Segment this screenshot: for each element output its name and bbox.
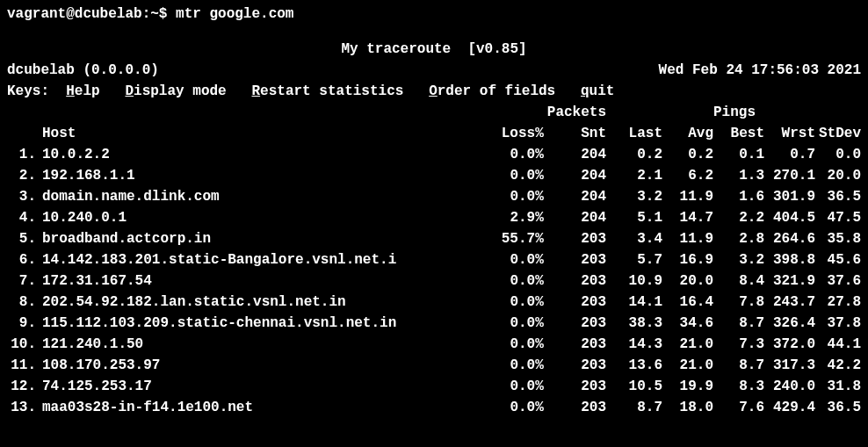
hop-number: 6. [7, 249, 37, 270]
hop-snt: 203 [544, 292, 606, 313]
hop-last: 3.2 [606, 186, 662, 207]
hop-number: 10. [7, 334, 37, 355]
hop-row: 1.10.0.2.20.0%2040.20.20.10.70.0 [7, 144, 861, 165]
hop-wrst: 429.4 [764, 397, 815, 418]
hop-wrst: 301.9 [764, 186, 815, 207]
hop-wrst: 264.6 [764, 228, 815, 249]
section-header-row: Packets Pings [7, 102, 861, 123]
order-label: rder of fields [438, 83, 555, 99]
hop-wrst: 270.1 [764, 165, 815, 186]
hop-last: 10.5 [606, 376, 662, 397]
hop-wrst: 372.0 [764, 334, 815, 355]
hop-row: 13.maa03s28-in-f14.1e100.net0.0%2038.718… [7, 397, 861, 418]
hop-wrst: 243.7 [764, 292, 815, 313]
hop-loss: 0.0% [488, 249, 544, 270]
hop-host: maa03s28-in-f14.1e100.net [37, 397, 488, 418]
hop-wrst: 0.7 [764, 144, 815, 165]
hop-wrst: 326.4 [764, 313, 815, 334]
hop-row: 12.74.125.253.170.0%20310.519.98.3240.03… [7, 376, 861, 397]
hop-last: 13.6 [606, 355, 662, 376]
hop-last: 5.1 [606, 207, 662, 228]
hop-loss: 0.0% [488, 334, 544, 355]
hop-wrst: 398.8 [764, 249, 815, 270]
hop-number: 4. [7, 207, 37, 228]
hop-avg: 21.0 [662, 355, 713, 376]
hop-loss: 0.0% [488, 313, 544, 334]
restart-key[interactable]: R [252, 83, 261, 99]
hop-snt: 203 [544, 355, 606, 376]
hop-host: domain.name.dlink.com [37, 186, 488, 207]
hop-avg: 14.7 [662, 207, 713, 228]
hop-row: 7.172.31.167.540.0%20310.920.08.4321.937… [7, 270, 861, 292]
hop-best: 7.6 [713, 397, 764, 418]
hop-loss: 0.0% [488, 355, 544, 376]
hop-snt: 203 [544, 270, 606, 292]
col-wrst: Wrst [764, 123, 815, 144]
column-header-row: Host Loss% Snt Last Avg Best Wrst StDev [7, 123, 861, 144]
hop-stdev: 36.5 [815, 186, 861, 207]
hop-number: 9. [7, 313, 37, 334]
hop-row: 2.192.168.1.10.0%2042.16.21.3270.120.0 [7, 165, 861, 186]
hop-avg: 11.9 [662, 228, 713, 249]
hop-stdev: 37.8 [815, 313, 861, 334]
timestamp: Wed Feb 24 17:56:03 2021 [659, 60, 861, 81]
hop-avg: 18.0 [662, 397, 713, 418]
hop-number: 3. [7, 186, 37, 207]
hop-avg: 0.2 [662, 144, 713, 165]
col-snt: Snt [544, 123, 606, 144]
quit-key[interactable]: q [581, 83, 590, 99]
hop-row: 6.14.142.183.201.static-Bangalore.vsnl.n… [7, 249, 861, 270]
hop-host: 14.142.183.201.static-Bangalore.vsnl.net… [37, 249, 488, 270]
hop-stdev: 45.6 [815, 249, 861, 270]
col-loss: Loss% [488, 123, 544, 144]
mtr-table: Packets Pings Host Loss% Snt Last Avg Be… [7, 102, 861, 418]
hop-loss: 0.0% [488, 165, 544, 186]
hop-avg: 21.0 [662, 334, 713, 355]
shell-prompt: vagrant@dcubelab:~$ mtr google.com [7, 4, 861, 25]
hop-row: 3.domain.name.dlink.com0.0%2043.211.91.6… [7, 186, 861, 207]
hop-host: 192.168.1.1 [37, 165, 488, 186]
col-best: Best [713, 123, 764, 144]
hop-snt: 203 [544, 376, 606, 397]
hop-last: 5.7 [606, 249, 662, 270]
hop-row: 10.121.240.1.500.0%20314.321.07.3372.044… [7, 334, 861, 355]
order-key[interactable]: O [429, 83, 438, 99]
section-packets: Packets [544, 102, 606, 123]
hop-stdev: 44.1 [815, 334, 861, 355]
hop-wrst: 404.5 [764, 207, 815, 228]
hop-best: 7.3 [713, 334, 764, 355]
hop-stdev: 20.0 [815, 165, 861, 186]
hop-loss: 0.0% [488, 270, 544, 292]
hop-host: 108.170.253.97 [37, 355, 488, 376]
hop-loss: 2.9% [488, 207, 544, 228]
hop-row: 5.broadband.actcorp.in55.7%2033.411.92.8… [7, 228, 861, 249]
hop-row: 4.10.240.0.12.9%2045.114.72.2404.547.5 [7, 207, 861, 228]
col-avg: Avg [662, 123, 713, 144]
hop-host: 115.112.103.209.static-chennai.vsnl.net.… [37, 313, 488, 334]
col-last: Last [606, 123, 662, 144]
hop-wrst: 240.0 [764, 376, 815, 397]
hop-best: 8.7 [713, 313, 764, 334]
hop-avg: 11.9 [662, 186, 713, 207]
hop-number: 11. [7, 355, 37, 376]
hop-best: 0.1 [713, 144, 764, 165]
hop-loss: 0.0% [488, 397, 544, 418]
hop-loss: 0.0% [488, 144, 544, 165]
hop-host: 121.240.1.50 [37, 334, 488, 355]
help-key[interactable]: H [66, 83, 75, 99]
keys-prefix: Keys: [7, 83, 66, 99]
hop-best: 1.6 [713, 186, 764, 207]
hop-number: 7. [7, 270, 37, 292]
hop-last: 38.3 [606, 313, 662, 334]
hop-row: 9.115.112.103.209.static-chennai.vsnl.ne… [7, 313, 861, 334]
hop-wrst: 317.3 [764, 355, 815, 376]
hop-last: 14.1 [606, 292, 662, 313]
hop-avg: 6.2 [662, 165, 713, 186]
hop-stdev: 36.5 [815, 397, 861, 418]
hop-number: 1. [7, 144, 37, 165]
hop-last: 2.1 [606, 165, 662, 186]
hop-wrst: 321.9 [764, 270, 815, 292]
hop-host: 202.54.92.182.lan.static.vsnl.net.in [37, 292, 488, 313]
display-key[interactable]: D [125, 83, 134, 99]
quit-label: uit [590, 83, 615, 99]
